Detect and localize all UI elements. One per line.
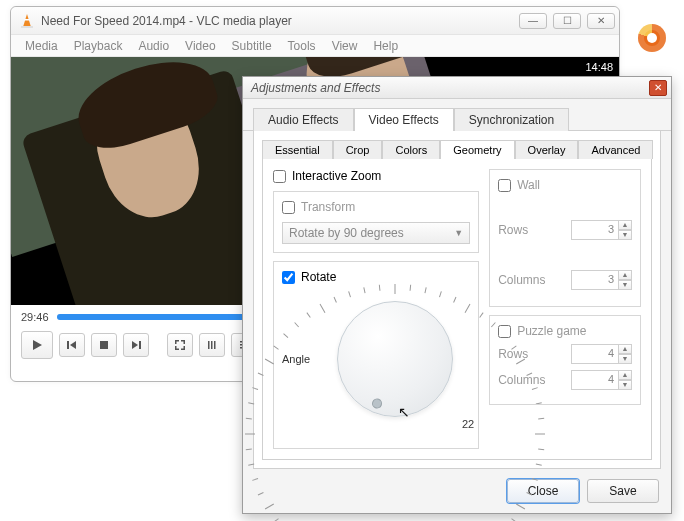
subtab-geometry[interactable]: Geometry bbox=[440, 140, 514, 159]
dialog-buttons: Close Save bbox=[243, 469, 671, 513]
rotate-label: Rotate bbox=[301, 270, 336, 284]
wall-cols-label: Columns bbox=[498, 273, 545, 287]
svg-rect-2 bbox=[25, 19, 30, 21]
wall-checkbox[interactable]: Wall bbox=[498, 178, 632, 192]
svg-rect-6 bbox=[100, 341, 108, 349]
svg-rect-1 bbox=[21, 26, 33, 28]
svg-rect-16 bbox=[184, 346, 186, 350]
subtab-overlay[interactable]: Overlay bbox=[515, 140, 579, 159]
subtab-essential[interactable]: Essential bbox=[262, 140, 333, 159]
wall-rows-down[interactable]: ▼ bbox=[618, 230, 632, 240]
play-button[interactable] bbox=[21, 331, 53, 359]
rotate-group: Rotate Angle ↖ 22 bbox=[273, 261, 479, 449]
close-dialog-button[interactable]: Close bbox=[507, 479, 579, 503]
tab-video-effects[interactable]: Video Effects bbox=[354, 108, 454, 131]
wall-cols-up[interactable]: ▲ bbox=[618, 270, 632, 280]
svg-rect-18 bbox=[211, 341, 213, 349]
window-title: Need For Speed 2014.mp4 - VLC media play… bbox=[41, 14, 519, 28]
menu-media[interactable]: Media bbox=[19, 37, 64, 55]
svg-rect-12 bbox=[184, 340, 186, 344]
save-dialog-button[interactable]: Save bbox=[587, 479, 659, 503]
puzzle-group: Puzzle game Rows 4▲▼ Columns 4▲▼ bbox=[489, 315, 641, 405]
wall-label: Wall bbox=[517, 178, 540, 192]
menu-subtitle[interactable]: Subtitle bbox=[226, 37, 278, 55]
angle-dial[interactable]: ↖ 22 bbox=[320, 284, 470, 434]
adjustments-dialog: Adjustments and Effects ✕ Audio Effects … bbox=[242, 76, 672, 514]
transform-group: Transform Rotate by 90 degrees ▼ bbox=[273, 191, 479, 253]
stop-button[interactable] bbox=[91, 333, 117, 357]
video-effects-page: Essential Crop Colors Geometry Overlay A… bbox=[253, 131, 661, 469]
wall-rows-spinner[interactable]: 3▲▼ bbox=[571, 220, 632, 240]
dialog-title: Adjustments and Effects bbox=[251, 81, 649, 95]
puzzle-rows-value[interactable]: 4 bbox=[571, 344, 619, 364]
transform-input[interactable] bbox=[282, 201, 295, 214]
puzzle-cols-down[interactable]: ▼ bbox=[618, 380, 632, 390]
puzzle-cols-up[interactable]: ▲ bbox=[618, 370, 632, 380]
menu-view[interactable]: View bbox=[326, 37, 364, 55]
puzzle-cols-value[interactable]: 4 bbox=[571, 370, 619, 390]
wall-cols-field: Columns 3▲▼ bbox=[498, 270, 632, 290]
wall-input[interactable] bbox=[498, 179, 511, 192]
rotate-input[interactable] bbox=[282, 271, 295, 284]
wall-rows-up[interactable]: ▲ bbox=[618, 220, 632, 230]
menu-tools[interactable]: Tools bbox=[282, 37, 322, 55]
svg-rect-19 bbox=[214, 341, 216, 349]
minimize-button[interactable]: — bbox=[519, 13, 547, 29]
rotate-checkbox[interactable]: Rotate bbox=[282, 270, 470, 284]
geometry-page: Interactive Zoom Transform Rotate by 90 … bbox=[262, 159, 652, 460]
wall-cols-spinner[interactable]: 3▲▼ bbox=[571, 270, 632, 290]
cursor-icon: ↖ bbox=[398, 404, 410, 420]
prev-button[interactable] bbox=[59, 333, 85, 357]
puzzle-label: Puzzle game bbox=[517, 324, 586, 338]
dialog-close-button[interactable]: ✕ bbox=[649, 80, 667, 96]
main-tabs: Audio Effects Video Effects Synchronizat… bbox=[243, 99, 671, 131]
menu-audio[interactable]: Audio bbox=[132, 37, 175, 55]
subtab-colors[interactable]: Colors bbox=[382, 140, 440, 159]
puzzle-checkbox[interactable]: Puzzle game bbox=[498, 324, 632, 338]
transform-combo[interactable]: Rotate by 90 degrees ▼ bbox=[282, 222, 470, 244]
svg-marker-7 bbox=[132, 341, 138, 349]
puzzle-cols-label: Columns bbox=[498, 373, 545, 387]
ext-settings-button[interactable] bbox=[199, 333, 225, 357]
maximize-button[interactable]: ☐ bbox=[553, 13, 581, 29]
interactive-zoom-label: Interactive Zoom bbox=[292, 169, 381, 183]
close-button[interactable]: ✕ bbox=[587, 13, 615, 29]
subtab-advanced[interactable]: Advanced bbox=[578, 140, 653, 159]
puzzle-rows-label: Rows bbox=[498, 347, 528, 361]
fullscreen-button[interactable] bbox=[167, 333, 193, 357]
svg-marker-5 bbox=[70, 341, 76, 349]
puzzle-cols-spinner[interactable]: 4▲▼ bbox=[571, 370, 632, 390]
puzzle-rows-spinner[interactable]: 4▲▼ bbox=[571, 344, 632, 364]
svg-rect-10 bbox=[175, 340, 177, 344]
vlc-cone-icon bbox=[19, 13, 35, 29]
wall-rows-label: Rows bbox=[498, 223, 528, 237]
puzzle-cols-field: Columns 4▲▼ bbox=[498, 370, 632, 390]
app-badge-icon bbox=[638, 24, 666, 52]
dial-knob[interactable] bbox=[337, 301, 453, 417]
sub-tabs: Essential Crop Colors Geometry Overlay A… bbox=[262, 139, 652, 159]
interactive-zoom-input[interactable] bbox=[273, 170, 286, 183]
wall-rows-value[interactable]: 3 bbox=[571, 220, 619, 240]
interactive-zoom-checkbox[interactable]: Interactive Zoom bbox=[273, 169, 479, 183]
svg-rect-14 bbox=[175, 346, 177, 350]
video-overlay-time: 14:48 bbox=[585, 61, 613, 73]
menu-playback[interactable]: Playback bbox=[68, 37, 129, 55]
wall-group: Wall Rows 3▲▼ Columns 3▲▼ bbox=[489, 169, 641, 307]
subtab-crop[interactable]: Crop bbox=[333, 140, 383, 159]
angle-value: 22 bbox=[462, 418, 474, 430]
menu-video[interactable]: Video bbox=[179, 37, 221, 55]
wall-cols-down[interactable]: ▼ bbox=[618, 280, 632, 290]
puzzle-input[interactable] bbox=[498, 325, 511, 338]
transform-checkbox[interactable]: Transform bbox=[282, 200, 470, 214]
puzzle-rows-down[interactable]: ▼ bbox=[618, 354, 632, 364]
tab-audio-effects[interactable]: Audio Effects bbox=[253, 108, 354, 131]
puzzle-rows-up[interactable]: ▲ bbox=[618, 344, 632, 354]
svg-rect-8 bbox=[139, 341, 141, 349]
menu-help[interactable]: Help bbox=[367, 37, 404, 55]
dialog-titlebar: Adjustments and Effects ✕ bbox=[243, 77, 671, 99]
svg-marker-3 bbox=[33, 340, 42, 350]
tab-synchronization[interactable]: Synchronization bbox=[454, 108, 569, 131]
wall-cols-value[interactable]: 3 bbox=[571, 270, 619, 290]
chevron-down-icon: ▼ bbox=[454, 228, 463, 238]
next-button[interactable] bbox=[123, 333, 149, 357]
